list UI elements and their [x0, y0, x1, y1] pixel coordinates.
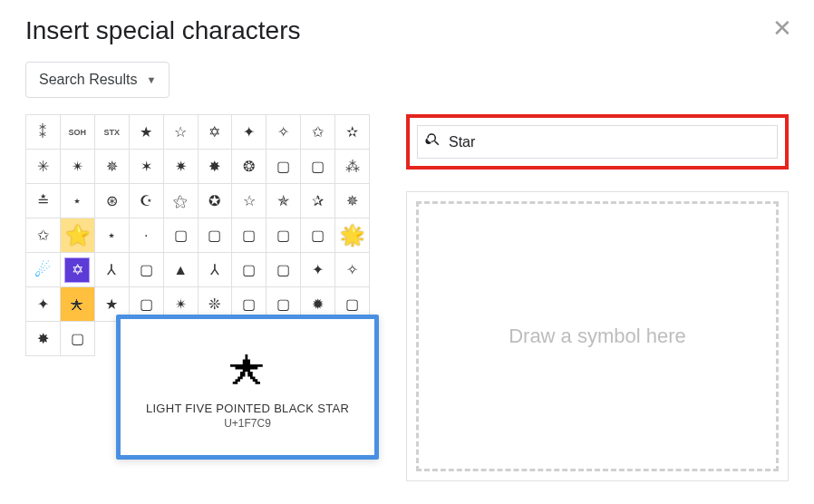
- character-cell[interactable]: ★: [130, 115, 164, 150]
- character-cell[interactable]: ≛: [26, 184, 61, 218]
- character-cell[interactable]: ✯: [266, 184, 301, 218]
- character-cell[interactable]: ▢: [301, 150, 335, 184]
- character-cell[interactable]: ✧: [266, 115, 301, 150]
- character-cell[interactable]: ▢: [61, 322, 95, 356]
- character-cell[interactable]: ▢: [232, 218, 266, 253]
- character-cell[interactable]: ☆: [232, 184, 266, 218]
- character-cell[interactable]: ❂: [232, 150, 266, 184]
- character-cell[interactable]: ✧: [335, 253, 370, 287]
- draw-canvas[interactable]: Draw a symbol here: [416, 201, 779, 471]
- category-dropdown[interactable]: Search Results ▼: [25, 62, 170, 98]
- character-cell[interactable]: ⊛: [95, 184, 130, 218]
- character-cell[interactable]: ✸: [26, 322, 61, 356]
- character-cell[interactable]: ⋆: [95, 218, 130, 253]
- character-cell[interactable]: ✰: [301, 184, 335, 218]
- character-cell[interactable]: ⅄: [95, 253, 130, 287]
- close-icon[interactable]: ✕: [772, 16, 792, 40]
- character-cell[interactable]: 🌟: [335, 218, 370, 253]
- search-highlight: [406, 114, 789, 170]
- character-cell[interactable]: ☪: [130, 184, 164, 218]
- character-cell[interactable]: ✫: [335, 115, 370, 150]
- character-cell[interactable]: ▲: [164, 253, 199, 287]
- character-cell[interactable]: ✦: [232, 115, 266, 150]
- character-cell[interactable]: ▢: [266, 150, 301, 184]
- character-cell[interactable]: ☆: [164, 115, 199, 150]
- character-cell[interactable]: SOH: [61, 115, 95, 150]
- search-input[interactable]: [449, 134, 770, 150]
- character-cell[interactable]: ✡: [61, 253, 95, 287]
- character-cell[interactable]: ⋆: [61, 184, 95, 218]
- character-cell[interactable]: ✡: [199, 115, 233, 150]
- draw-placeholder: Draw a symbol here: [509, 325, 686, 348]
- character-cell[interactable]: ✦: [26, 287, 61, 322]
- character-cell[interactable]: ✴: [61, 150, 95, 184]
- character-cell[interactable]: ✷: [164, 150, 199, 184]
- preview-glyph: 🟉: [228, 345, 267, 391]
- character-cell[interactable]: ⅄: [199, 253, 233, 287]
- search-icon: [425, 131, 441, 152]
- character-cell[interactable]: ✵: [335, 184, 370, 218]
- character-cell[interactable]: ✳: [26, 150, 61, 184]
- character-cell[interactable]: ▢: [130, 253, 164, 287]
- draw-panel: Draw a symbol here: [406, 191, 789, 481]
- chevron-down-icon: ▼: [147, 74, 157, 85]
- character-cell[interactable]: ▢: [266, 253, 301, 287]
- search-box[interactable]: [417, 125, 778, 159]
- character-preview-tooltip: 🟉 LIGHT FIVE POINTED BLACK STAR U+1F7C9: [116, 315, 379, 460]
- character-cell[interactable]: ▢: [199, 218, 233, 253]
- character-cell[interactable]: 🟉: [61, 287, 95, 322]
- character-cell[interactable]: ✩: [26, 218, 61, 253]
- character-cell[interactable]: ⚝: [164, 184, 199, 218]
- character-cell[interactable]: ✩: [301, 115, 335, 150]
- preview-name: LIGHT FIVE POINTED BLACK STAR: [146, 402, 349, 415]
- character-cell[interactable]: ⁂: [335, 150, 370, 184]
- character-cell[interactable]: ✶: [130, 150, 164, 184]
- preview-codepoint: U+1F7C9: [224, 417, 271, 430]
- character-cell[interactable]: ▢: [232, 253, 266, 287]
- character-cell[interactable]: ▢: [164, 218, 199, 253]
- dropdown-label: Search Results: [39, 72, 138, 88]
- character-cell[interactable]: ⁑: [26, 115, 61, 150]
- character-cell[interactable]: ✸: [199, 150, 233, 184]
- character-cell[interactable]: ▢: [301, 218, 335, 253]
- character-cell[interactable]: ✪: [199, 184, 233, 218]
- character-cell[interactable]: ▢: [266, 218, 301, 253]
- character-cell[interactable]: ⭐: [61, 218, 95, 253]
- character-cell[interactable]: ✵: [95, 150, 130, 184]
- character-cell[interactable]: ☄: [26, 253, 61, 287]
- character-cell[interactable]: STX: [95, 115, 130, 150]
- character-cell[interactable]: ✦: [301, 253, 335, 287]
- character-cell[interactable]: ·: [130, 218, 164, 253]
- dialog-title: Insert special characters: [25, 16, 789, 45]
